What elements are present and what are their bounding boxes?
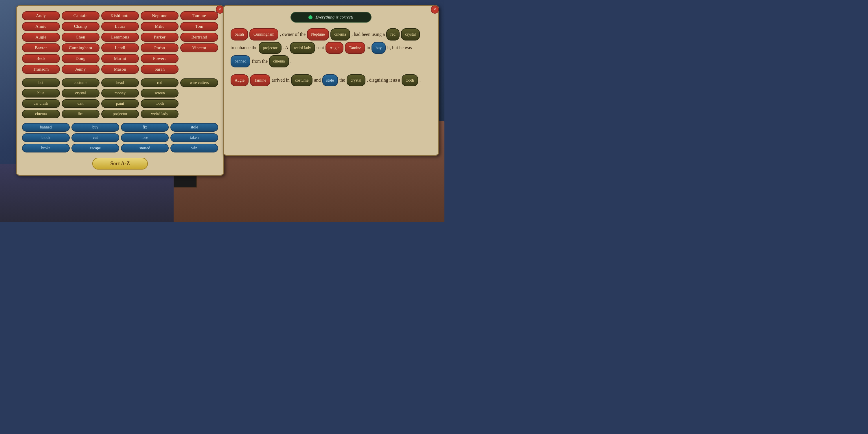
word-projector[interactable]: projector — [101, 110, 139, 118]
story-text-14: . — [420, 75, 421, 86]
word-exit[interactable]: exit — [62, 99, 99, 108]
story-paragraph-1: Sarah Cunningham , owner of the Neptune … — [230, 28, 431, 67]
story-text-11: and — [314, 75, 320, 86]
right-panel: × Everything is correct! Sarah Cunningha… — [223, 5, 439, 156]
verb-started[interactable]: started — [121, 144, 169, 153]
verb-stole[interactable]: stole — [170, 123, 218, 132]
chip-tamine-2[interactable]: Tamine — [250, 74, 270, 87]
verbs-grid: banned buy fix stole block cut lose take… — [22, 123, 218, 153]
word-blue[interactable]: blue — [22, 89, 60, 97]
name-porbo[interactable]: Porbo — [141, 43, 179, 52]
chip-costume[interactable]: costume — [291, 74, 313, 87]
chip-tooth[interactable]: tooth — [402, 74, 418, 87]
name-parker[interactable]: Parker — [141, 33, 179, 42]
verb-win[interactable]: win — [170, 144, 218, 153]
correct-dot — [308, 16, 312, 20]
chip-cinema-2[interactable]: cinema — [269, 55, 289, 67]
word-head[interactable]: head — [101, 79, 139, 87]
chip-weird-lady[interactable]: weird lady — [290, 42, 315, 54]
right-panel-close[interactable]: × — [431, 5, 439, 13]
story-text-2: , had been using a — [351, 29, 385, 40]
name-transom[interactable]: Transom — [22, 65, 60, 74]
story-text-12: the — [339, 75, 345, 86]
name-andy[interactable]: Andy — [22, 11, 60, 20]
chip-cunningham[interactable]: Cunningham — [249, 28, 278, 40]
word-fire[interactable]: fire — [62, 110, 99, 118]
name-tom[interactable]: Tom — [180, 22, 218, 31]
name-beck[interactable]: Beck — [22, 54, 60, 63]
word-bet[interactable]: bet — [22, 79, 60, 87]
words-col-3: head money paint projector — [101, 79, 139, 118]
verb-broke[interactable]: broke — [22, 144, 70, 153]
name-jenny[interactable]: Jenny — [62, 65, 99, 74]
story-text-8: from the — [252, 56, 268, 67]
chip-banned[interactable]: banned — [230, 55, 250, 67]
name-chen[interactable]: Chen — [62, 33, 99, 42]
words-col-5: wire cutters — [180, 79, 218, 118]
chip-stole[interactable]: stole — [322, 74, 338, 87]
name-marini[interactable]: Marini — [101, 54, 139, 63]
word-screen[interactable]: screen — [141, 89, 179, 97]
name-mason[interactable]: Mason — [101, 65, 139, 74]
word-red[interactable]: red — [141, 79, 179, 87]
name-lemmons[interactable]: Lemmons — [101, 33, 139, 42]
sort-button[interactable]: Sort A-Z — [92, 158, 148, 169]
name-cunningham[interactable]: Cunningham — [62, 43, 99, 52]
words-col-1: bet blue car crash cinema — [22, 79, 60, 118]
verb-taken[interactable]: taken — [170, 133, 218, 142]
verb-block[interactable]: block — [22, 133, 70, 142]
word-wire-cutters[interactable]: wire cutters — [180, 79, 218, 87]
chip-tamine-1[interactable]: Tamine — [345, 42, 365, 54]
name-baxter[interactable]: Baxter — [22, 43, 60, 52]
name-powers[interactable]: Powers — [141, 54, 179, 63]
chip-neptune[interactable]: Neptune — [307, 28, 329, 40]
names-grid: Andy Captain Kishimoto Neptune Tamine An… — [22, 11, 218, 74]
chip-augie-1[interactable]: Augie — [326, 42, 343, 54]
word-cinema[interactable]: cinema — [22, 110, 60, 118]
verb-escape[interactable]: escape — [71, 144, 119, 153]
story-text-3: to enhance the — [230, 42, 257, 53]
word-tooth[interactable]: tooth — [141, 99, 179, 108]
name-neptune[interactable]: Neptune — [141, 11, 179, 20]
name-vincent[interactable]: Vincent — [180, 43, 218, 52]
word-money[interactable]: money — [101, 89, 139, 97]
story-text-7: it, but he was — [387, 42, 412, 53]
name-annie[interactable]: Annie — [22, 22, 60, 31]
words-col-4: red screen tooth weird lady — [141, 79, 179, 118]
chip-crystal-1[interactable]: crystal — [401, 28, 420, 40]
chip-augie-2[interactable]: Augie — [230, 74, 249, 87]
chip-red[interactable]: red — [386, 28, 400, 40]
name-kishimoto[interactable]: Kishimoto — [101, 11, 139, 20]
story-text-10: arrived in — [272, 75, 290, 86]
chip-buy[interactable]: buy — [372, 42, 386, 54]
name-lendl[interactable]: Lendl — [101, 43, 139, 52]
name-tamine[interactable]: Tamine — [180, 11, 218, 20]
word-crystal[interactable]: crystal — [62, 89, 99, 97]
correct-banner: Everything is correct! — [290, 12, 372, 23]
verb-banned[interactable]: banned — [22, 123, 70, 132]
name-sarah[interactable]: Sarah — [141, 65, 179, 74]
story-paragraph-2: Augie Tamine arrived in costume and stol… — [230, 74, 431, 87]
chip-cinema-1[interactable]: cinema — [331, 28, 350, 40]
name-doug[interactable]: Doug — [62, 54, 99, 63]
name-augie[interactable]: Augie — [22, 33, 60, 42]
sort-container: Sort A-Z — [22, 158, 218, 169]
name-mike[interactable]: Mike — [141, 22, 179, 31]
left-panel: × Andy Captain Kishimoto Neptune Tamine … — [16, 5, 224, 176]
name-laura[interactable]: Laura — [101, 22, 139, 31]
name-bertrand[interactable]: Bertrand — [180, 33, 218, 42]
word-costume[interactable]: costume — [62, 79, 99, 87]
name-captain[interactable]: Captain — [62, 11, 99, 20]
story-line-1: Sarah Cunningham , owner of the Neptune … — [230, 28, 431, 67]
verb-lose[interactable]: lose — [121, 133, 169, 142]
verb-cut[interactable]: cut — [71, 133, 119, 142]
word-car-crash[interactable]: car crash — [22, 99, 60, 108]
word-paint[interactable]: paint — [101, 99, 139, 108]
word-weird-lady[interactable]: weird lady — [141, 110, 179, 118]
name-champ[interactable]: Champ — [62, 22, 99, 31]
chip-crystal-2[interactable]: crystal — [347, 74, 365, 87]
chip-sarah[interactable]: Sarah — [230, 28, 248, 40]
verb-fix[interactable]: fix — [121, 123, 169, 132]
chip-projector[interactable]: projector — [259, 42, 281, 54]
verb-buy[interactable]: buy — [71, 123, 119, 132]
